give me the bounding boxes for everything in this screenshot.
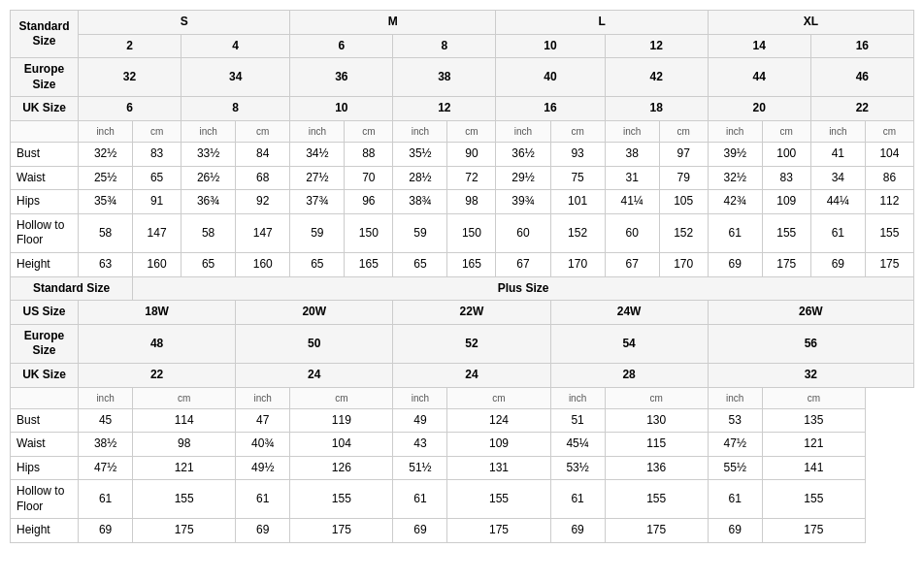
htf-l-inch2: 60 bbox=[605, 213, 659, 252]
plus-htf-inch1: 61 bbox=[79, 480, 133, 519]
ht-m-inch1: 65 bbox=[290, 252, 345, 276]
plus-waist-cm5: 121 bbox=[762, 433, 865, 457]
plus-ht-cm4: 175 bbox=[605, 519, 708, 543]
bust-s-inch1: 32½ bbox=[79, 142, 133, 166]
l-header: L bbox=[496, 11, 708, 35]
plus-unit-empty bbox=[11, 387, 79, 408]
waist-m-inch1: 27½ bbox=[290, 166, 345, 190]
plus-unit-inch-3: inch bbox=[393, 387, 447, 408]
plus-waist-inch1: 38½ bbox=[79, 433, 133, 457]
plus-waist-cm2: 104 bbox=[290, 433, 393, 457]
hips-xl-cm1: 109 bbox=[762, 190, 810, 214]
htf-s-inch2: 58 bbox=[182, 213, 236, 252]
plus-htf-label: Hollow to Floor bbox=[11, 480, 79, 519]
unit-inch-7: inch bbox=[708, 120, 762, 142]
ht-s-cm2: 160 bbox=[236, 252, 290, 276]
plus-hips-cm4: 136 bbox=[605, 456, 708, 480]
ht-m-cm1: 165 bbox=[345, 252, 393, 276]
eu-34: 34 bbox=[182, 58, 290, 97]
plus-htf-inch4: 61 bbox=[550, 480, 605, 519]
plus-eu-56: 56 bbox=[708, 324, 913, 363]
htf-m-inch2: 59 bbox=[393, 213, 447, 252]
ht-s-inch2: 65 bbox=[182, 252, 236, 276]
unit-cm-1: cm bbox=[133, 120, 182, 142]
bust-xl-cm2: 104 bbox=[865, 142, 913, 166]
waist-l-cm1: 75 bbox=[550, 166, 605, 190]
plus-bust-cm2: 119 bbox=[290, 408, 393, 433]
unit-inch-4: inch bbox=[393, 120, 447, 142]
unit-cm-4: cm bbox=[447, 120, 496, 142]
plus-hips-label: Hips bbox=[11, 456, 79, 480]
xl-header: XL bbox=[708, 11, 913, 35]
plus-unit-cm-3: cm bbox=[447, 387, 550, 408]
plus-ht-inch3: 69 bbox=[393, 519, 447, 543]
hips-xl-inch1: 42¾ bbox=[708, 190, 762, 214]
htf-s-inch1: 58 bbox=[79, 213, 133, 252]
unit-inch-3: inch bbox=[290, 120, 345, 142]
unit-cm-2: cm bbox=[236, 120, 290, 142]
plus-hips-inch1: 47½ bbox=[79, 456, 133, 480]
plus-hips-inch3: 51½ bbox=[393, 456, 447, 480]
plus-us-size-row: US Size 18W 20W 22W 24W 26W bbox=[11, 301, 914, 325]
us-size-10: 10 bbox=[496, 34, 605, 58]
bust-xl-inch1: 39½ bbox=[708, 142, 762, 166]
plus-height-label: Height bbox=[11, 519, 79, 543]
uk-8: 8 bbox=[182, 97, 290, 121]
bust-xl-cm1: 100 bbox=[762, 142, 810, 166]
waist-l-inch2: 31 bbox=[605, 166, 659, 190]
unit-inch-2: inch bbox=[182, 120, 236, 142]
waist-l-cm2: 79 bbox=[659, 166, 708, 190]
uk-10: 10 bbox=[290, 97, 393, 121]
hollow-floor-row: Hollow to Floor 58 147 58 147 59 150 59 … bbox=[11, 213, 914, 252]
us-size-2: 2 bbox=[79, 34, 182, 58]
plus-uk-32: 32 bbox=[708, 363, 913, 387]
plus-ht-inch1: 69 bbox=[79, 519, 133, 543]
hollow-floor-label: Hollow to Floor bbox=[11, 213, 79, 252]
unit-inch-5: inch bbox=[496, 120, 550, 142]
hips-xl-inch2: 44¼ bbox=[810, 190, 865, 214]
plus-us-18w: 18W bbox=[79, 301, 236, 325]
waist-row: Waist 25½ 65 26½ 68 27½ 70 28½ 72 29½ 75… bbox=[11, 166, 914, 190]
plus-bust-inch3: 49 bbox=[393, 408, 447, 433]
eu-36: 36 bbox=[290, 58, 393, 97]
plus-htf-cm2: 155 bbox=[290, 480, 393, 519]
plus-eu-54: 54 bbox=[550, 324, 708, 363]
eu-44: 44 bbox=[708, 58, 810, 97]
plus-unit-cm-5: cm bbox=[762, 387, 865, 408]
plus-waist-inch4: 45¼ bbox=[550, 433, 605, 457]
size-chart: Standard Size S M L XL 2 4 6 8 10 12 14 … bbox=[10, 10, 914, 543]
plus-uk-label: UK Size bbox=[11, 363, 79, 387]
plus-uk-24: 24 bbox=[236, 363, 393, 387]
hips-l-cm2: 105 bbox=[659, 190, 708, 214]
plus-ht-cm2: 175 bbox=[290, 519, 393, 543]
ht-m-cm2: 165 bbox=[447, 252, 496, 276]
ht-l-inch2: 67 bbox=[605, 252, 659, 276]
plus-uk-28: 28 bbox=[550, 363, 708, 387]
eu-46: 46 bbox=[810, 58, 913, 97]
uk-22: 22 bbox=[810, 97, 913, 121]
plus-ht-inch5: 69 bbox=[708, 519, 762, 543]
plus-bust-inch5: 53 bbox=[708, 408, 762, 433]
plus-waist-inch3: 43 bbox=[393, 433, 447, 457]
waist-xl-inch1: 32½ bbox=[708, 166, 762, 190]
uk-18: 18 bbox=[605, 97, 708, 121]
ht-l-inch1: 67 bbox=[496, 252, 550, 276]
hips-label: Hips bbox=[11, 190, 79, 214]
plus-eu-52: 52 bbox=[393, 324, 550, 363]
plus-us-26w: 26W bbox=[708, 301, 913, 325]
ht-xl-inch2: 69 bbox=[810, 252, 865, 276]
plus-bust-inch4: 51 bbox=[550, 408, 605, 433]
waist-xl-inch2: 34 bbox=[810, 166, 865, 190]
ht-xl-inch1: 69 bbox=[708, 252, 762, 276]
plus-htf-inch2: 61 bbox=[236, 480, 290, 519]
plus-bust-cm3: 124 bbox=[447, 408, 550, 433]
bust-m-cm2: 90 bbox=[447, 142, 496, 166]
plus-uk-22: 22 bbox=[79, 363, 236, 387]
bust-s-inch2: 33½ bbox=[182, 142, 236, 166]
htf-xl-cm1: 155 bbox=[762, 213, 810, 252]
htf-l-cm2: 152 bbox=[659, 213, 708, 252]
hips-l-inch2: 41¼ bbox=[605, 190, 659, 214]
us-size-16: 16 bbox=[810, 34, 913, 58]
plus-htf-inch3: 61 bbox=[393, 480, 447, 519]
plus-htf-cm5: 155 bbox=[762, 480, 865, 519]
